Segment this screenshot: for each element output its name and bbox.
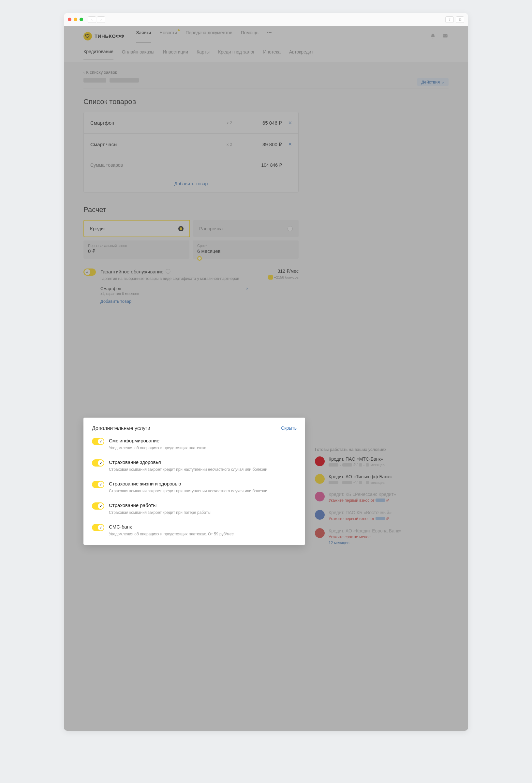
brand-text: ТИНЬКОФФ — [95, 33, 125, 39]
bonus-icon: ☆ — [268, 275, 273, 280]
warranty-row: Гарантийное обслуживание ⓘ Гарантия на в… — [84, 269, 299, 304]
subnav-online[interactable]: Онлайн-заказы — [122, 49, 155, 59]
service-title: Страхование здоровья — [109, 459, 297, 465]
sub-nav: Кредитование Онлайн-заказы Инвестиции Ка… — [64, 46, 468, 62]
page-body: ‹ К списку заявок Действия ⌄ Список това… — [64, 62, 468, 543]
good-price: 39 800 ₽ — [246, 142, 282, 148]
tabs-icon[interactable]: ⧉ — [456, 16, 464, 23]
delete-row-icon[interactable]: × — [282, 141, 292, 148]
nav-help[interactable]: Помощь — [241, 30, 259, 42]
term-slider[interactable]: Срок* 6 месяцев — [193, 241, 299, 259]
bank-error: Укажите срок не менее — [329, 535, 432, 539]
down-payment-input[interactable]: Первоначальный взнос 0 ₽ — [84, 241, 189, 259]
bank-meta: - ₽ / - месяцев — [329, 480, 432, 484]
bank-logo-icon — [315, 528, 325, 538]
logo[interactable]: 🛡︎ ТИНЬКОФФ — [84, 32, 125, 40]
svg-rect-0 — [443, 34, 447, 37]
service-desc: Страховая компания закроет кредит при на… — [109, 467, 297, 472]
radio-off-icon — [288, 226, 293, 231]
subnav-credit[interactable]: Кредитование — [84, 49, 113, 59]
chevron-left-icon: ‹ — [84, 70, 85, 75]
service-row: СМС-банкУведомления об операциях и предс… — [92, 524, 297, 537]
nav-buttons: ‹ › — [88, 16, 105, 23]
bank-offers: Готовы работать на ваших условиях Кредит… — [315, 447, 432, 552]
share-icon[interactable]: ⇪ — [445, 16, 454, 23]
chevron-down-icon: ⌄ — [441, 80, 445, 85]
extra-title: Дополнительные услуги — [92, 426, 150, 431]
nav-news[interactable]: Новости — [159, 30, 177, 42]
warranty-item: Смартфон — [100, 286, 246, 291]
subnav-mortgage[interactable]: Ипотека — [263, 49, 280, 59]
service-toggle[interactable] — [92, 438, 104, 445]
add-good-link[interactable]: Добавить товар — [84, 175, 298, 192]
bank-offer[interactable]: Кредит. КБ «Ренессанс Кредит»Укажите пер… — [315, 492, 432, 503]
offers-heading: Готовы работать на ваших условиях — [315, 447, 432, 452]
service-title: Страхование жизни и здоровью — [109, 481, 297, 487]
service-title: Смс информирование — [109, 438, 297, 443]
maximize-icon[interactable] — [79, 18, 83, 21]
service-toggle[interactable] — [92, 524, 104, 531]
good-name: Смарт часы — [90, 142, 227, 147]
good-name: Смартфон — [90, 120, 227, 126]
service-row: Смс информированиеУведомления об операци… — [92, 438, 297, 451]
minimize-icon[interactable] — [74, 18, 77, 21]
service-toggle[interactable] — [92, 481, 104, 488]
bank-link[interactable]: 12 месяцев — [329, 541, 432, 545]
nav-requests[interactable]: Заявки — [136, 30, 151, 42]
actions-dropdown[interactable]: Действия ⌄ — [417, 78, 448, 86]
slider-knob-icon[interactable] — [197, 256, 202, 261]
bank-name: Кредит. КБ «Ренессанс Кредит» — [329, 492, 432, 497]
bank-offer[interactable]: Кредит. АО «Тинькофф Банк» - ₽ / - месяц… — [315, 474, 432, 484]
fwd-nav-icon[interactable]: › — [97, 16, 105, 23]
divider — [84, 88, 448, 88]
bank-error: Укажите первый взнос от ₽ — [329, 516, 432, 521]
delete-warranty-icon[interactable]: × — [246, 286, 248, 291]
nav-more-icon[interactable]: ••• — [267, 30, 272, 42]
nav-docs[interactable]: Передача документов — [186, 30, 232, 42]
good-qty: x 2 — [227, 142, 246, 147]
titlebar: ‹ › ⇪ ⧉ — [64, 13, 468, 26]
info-icon[interactable]: ⓘ — [166, 269, 170, 275]
bank-offer[interactable]: Кредит. АО «Кредит Европа Банк»Укажите с… — [315, 528, 432, 545]
tab-credit[interactable]: Кредит — [84, 220, 190, 237]
close-icon[interactable] — [68, 18, 71, 21]
back-nav-icon[interactable]: ‹ — [88, 16, 96, 23]
bank-meta: - ₽ / - месяцев — [329, 463, 432, 467]
delete-row-icon[interactable]: × — [282, 119, 292, 126]
service-row: Страхование жизни и здоровьюСтраховая ко… — [92, 481, 297, 494]
service-toggle[interactable] — [92, 459, 104, 467]
bank-logo-icon — [315, 474, 325, 484]
service-toggle[interactable] — [92, 502, 104, 510]
bank-error: Укажите первый взнос от ₽ — [329, 498, 432, 503]
chat-icon[interactable] — [442, 33, 448, 39]
bell-icon[interactable] — [430, 33, 436, 39]
header: 🛡︎ ТИНЬКОФФ Заявки Новости Передача доку… — [64, 26, 468, 46]
logo-icon: 🛡︎ — [84, 32, 92, 40]
bank-offer[interactable]: Кредит. ПАО «МТС-Банк» - ₽ / - месяцев — [315, 457, 432, 467]
goods-sum-row: Сумма товаров 104 846 ₽ — [84, 155, 298, 175]
tab-installment[interactable]: Рассрочка — [193, 220, 299, 237]
warranty-toggle[interactable] — [84, 269, 96, 276]
warranty-bonus: ☆ +2156 бонусов — [253, 275, 299, 280]
service-row: Страхование здоровьяСтраховая компания з… — [92, 459, 297, 472]
subnav-cards[interactable]: Карты — [197, 49, 210, 59]
calc-title: Расчет — [84, 206, 448, 214]
bank-logo-icon — [315, 510, 325, 520]
goods-table: Смартфон x 2 65 046 ₽ × Смарт часы x 2 3… — [84, 112, 299, 192]
subnav-auto[interactable]: Автокредит — [289, 49, 313, 59]
subnav-secured[interactable]: Кредит под залог — [218, 49, 255, 59]
bank-logo-icon — [315, 492, 325, 501]
hide-link[interactable]: Скрыть — [281, 426, 297, 431]
bank-name: Кредит. АО «Кредит Европа Банк» — [329, 528, 432, 533]
back-link[interactable]: ‹ К списку заявок — [84, 70, 448, 75]
bank-offer[interactable]: Кредит. ПАО КБ «Восточный»Укажите первый… — [315, 510, 432, 521]
table-row: Смартфон x 2 65 046 ₽ × — [84, 112, 298, 134]
add-warranty-link[interactable]: Добавить товар — [100, 299, 248, 304]
bank-name: Кредит. ПАО «МТС-Банк» — [329, 457, 432, 462]
main-nav: Заявки Новости Передача документов Помощ… — [136, 30, 272, 42]
warranty-price: 312 ₽/мес — [253, 269, 299, 274]
redacted-text — [109, 78, 139, 83]
warranty-title: Гарантийное обслуживание ⓘ — [100, 269, 248, 275]
subnav-invest[interactable]: Инвестиции — [163, 49, 188, 59]
good-price: 65 046 ₽ — [246, 120, 282, 126]
